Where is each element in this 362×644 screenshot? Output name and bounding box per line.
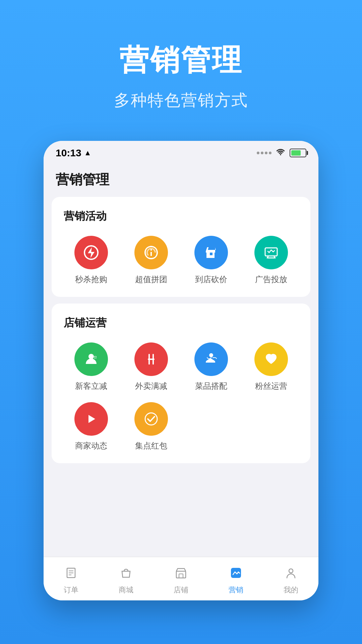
me-icon [285, 567, 297, 582]
store-card-title: 店铺运营 [64, 316, 298, 330]
nav-marketing[interactable]: 营销 [208, 562, 263, 595]
menu-match-item[interactable]: 菜品搭配 [184, 342, 238, 391]
ads-icon [254, 236, 288, 269]
new-customer-icon [74, 342, 108, 376]
store-grid-row1: 新客立减 外卖满减 [64, 342, 298, 391]
in-store-item[interactable]: 到店砍价 [184, 236, 238, 285]
ads-label: 广告投放 [255, 274, 287, 285]
svg-rect-16 [179, 574, 183, 578]
delivery-icon [134, 342, 168, 376]
fans-icon [254, 342, 288, 376]
svg-marker-1 [88, 247, 95, 258]
menu-match-icon [194, 342, 228, 376]
menu-match-label: 菜品搭配 [195, 381, 227, 391]
marketing-card: 营销活动 秒杀抢购 [52, 197, 310, 297]
orders-icon [65, 567, 77, 582]
fans-item[interactable]: 粉丝运营 [244, 342, 298, 391]
points-red-icon [134, 402, 168, 436]
battery-icon [290, 149, 306, 157]
location-icon: ▲ [84, 149, 92, 157]
svg-point-10 [145, 413, 157, 425]
ads-item[interactable]: 广告投放 [244, 236, 298, 285]
fans-label: 粉丝运营 [255, 381, 287, 391]
delivery-label: 外卖满减 [135, 381, 167, 391]
status-bar: 10:13 ▲ [44, 141, 318, 165]
store-icon [175, 567, 187, 582]
store-grid-row2: 商家动态 集点红包 [64, 402, 298, 451]
marketing-icon [230, 567, 242, 582]
new-customer-label: 新客立减 [75, 381, 107, 391]
empty-cell-1 [184, 402, 238, 451]
status-icons [257, 148, 306, 158]
marketing-label: 营销 [229, 585, 243, 595]
delivery-item[interactable]: 外卖满减 [124, 342, 178, 391]
store-label: 店铺 [174, 585, 188, 595]
merchant-news-icon [74, 402, 108, 436]
me-label: 我的 [284, 585, 298, 595]
merchant-news-label: 商家动态 [75, 440, 107, 451]
nav-store[interactable]: 店铺 [154, 562, 208, 595]
new-customer-item[interactable]: 新客立减 [64, 342, 118, 391]
hero-header: 营销管理 多种特色营销方式 [0, 40, 362, 111]
mall-icon [120, 567, 132, 582]
orders-label: 订单 [64, 585, 78, 595]
nav-orders[interactable]: 订单 [44, 562, 99, 595]
empty-cell-2 [244, 402, 298, 451]
group-buy-icon [134, 236, 168, 269]
mall-label: 商城 [119, 585, 133, 595]
svg-rect-15 [176, 571, 186, 578]
nav-me[interactable]: 我的 [263, 562, 318, 595]
svg-point-9 [209, 353, 213, 357]
wifi-icon [276, 148, 286, 158]
hero-subtitle: 多种特色营销方式 [0, 90, 362, 111]
content-area: 营销活动 秒杀抢购 [44, 197, 318, 483]
merchant-news-item[interactable]: 商家动态 [64, 402, 118, 451]
phone-content[interactable]: 营销管理 营销活动 秒杀抢购 [44, 165, 318, 581]
app-title: 营销管理 [56, 170, 306, 189]
svg-rect-8 [148, 359, 155, 360]
nav-mall[interactable]: 商城 [99, 562, 154, 595]
points-red-item[interactable]: 集点红包 [124, 402, 178, 451]
flash-sale-label: 秒杀抢购 [75, 274, 107, 285]
points-red-label: 集点红包 [135, 440, 167, 451]
app-header: 营销管理 [44, 165, 318, 197]
store-card: 店铺运营 新客立减 [52, 304, 310, 463]
phone-mockup: 10:13 ▲ 营销管理 营销活动 [44, 141, 318, 600]
in-store-icon [194, 236, 228, 269]
group-buy-item[interactable]: 超值拼团 [124, 236, 178, 285]
signal-icon [257, 152, 272, 154]
marketing-card-title: 营销活动 [64, 209, 298, 224]
hero-title: 营销管理 [0, 40, 362, 80]
in-store-label: 到店砍价 [195, 274, 227, 285]
bottom-spacer [52, 470, 310, 483]
marketing-grid: 秒杀抢购 超值拼团 [64, 236, 298, 285]
svg-rect-2 [210, 255, 213, 258]
bottom-nav: 订单 商城 店铺 [44, 557, 318, 600]
flash-sale-item[interactable]: 秒杀抢购 [64, 236, 118, 285]
group-buy-label: 超值拼团 [135, 274, 167, 285]
svg-point-18 [289, 569, 293, 573]
status-time: 10:13 ▲ [56, 147, 92, 159]
svg-rect-3 [265, 248, 277, 256]
flash-sale-icon [74, 236, 108, 269]
svg-point-4 [88, 354, 94, 359]
